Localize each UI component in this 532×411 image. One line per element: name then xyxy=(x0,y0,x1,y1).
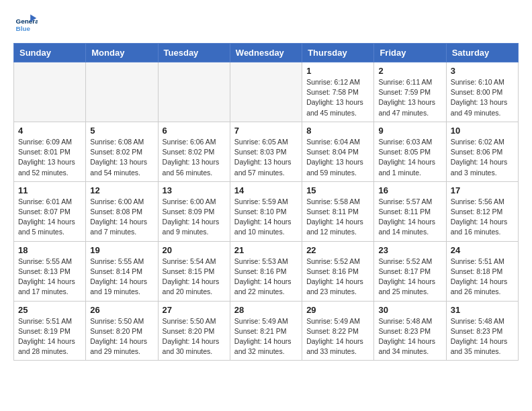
day-number: 23 xyxy=(378,245,441,255)
calendar-cell: 2Sunrise: 6:11 AMSunset: 7:59 PMDaylight… xyxy=(374,62,446,122)
day-number: 4 xyxy=(18,126,81,136)
calendar-cell xyxy=(14,62,86,122)
day-number: 3 xyxy=(451,66,514,76)
day-number: 21 xyxy=(234,245,298,255)
calendar-cell: 30Sunrise: 5:48 AMSunset: 8:23 PMDayligh… xyxy=(374,301,446,361)
day-number: 28 xyxy=(234,305,298,315)
calendar-cell: 11Sunrise: 6:01 AMSunset: 8:07 PMDayligh… xyxy=(14,181,86,241)
day-info: Sunrise: 5:55 AMSunset: 8:14 PMDaylight:… xyxy=(90,257,153,298)
day-number: 14 xyxy=(234,185,298,195)
day-info: Sunrise: 6:00 AMSunset: 8:09 PMDaylight:… xyxy=(163,197,226,238)
day-info: Sunrise: 6:02 AMSunset: 8:06 PMDaylight:… xyxy=(451,137,514,178)
weekday-header-friday: Friday xyxy=(374,44,446,62)
calendar-cell: 31Sunrise: 5:48 AMSunset: 8:23 PMDayligh… xyxy=(446,301,518,361)
calendar-cell xyxy=(86,62,158,122)
weekday-header-row: SundayMondayTuesdayWednesdayThursdayFrid… xyxy=(14,44,519,62)
weekday-header-saturday: Saturday xyxy=(446,44,518,62)
day-info: Sunrise: 6:05 AMSunset: 8:03 PMDaylight:… xyxy=(234,137,298,178)
day-number: 15 xyxy=(306,185,369,195)
week-row-4: 25Sunrise: 5:51 AMSunset: 8:19 PMDayligh… xyxy=(14,301,519,361)
calendar-cell: 20Sunrise: 5:54 AMSunset: 8:15 PMDayligh… xyxy=(158,241,230,301)
calendar-cell: 5Sunrise: 6:08 AMSunset: 8:02 PMDaylight… xyxy=(86,122,158,181)
weekday-header-thursday: Thursday xyxy=(302,44,374,62)
day-number: 22 xyxy=(306,245,369,255)
day-number: 29 xyxy=(306,305,369,315)
day-info: Sunrise: 6:08 AMSunset: 8:02 PMDaylight:… xyxy=(90,137,153,178)
calendar-cell: 23Sunrise: 5:52 AMSunset: 8:17 PMDayligh… xyxy=(374,241,446,301)
header: General Blue xyxy=(13,12,519,36)
calendar-cell: 21Sunrise: 5:53 AMSunset: 8:16 PMDayligh… xyxy=(230,241,302,301)
logo: General Blue xyxy=(13,12,38,36)
day-number: 25 xyxy=(18,305,81,315)
day-number: 24 xyxy=(451,245,514,255)
day-number: 20 xyxy=(163,245,226,255)
day-info: Sunrise: 5:50 AMSunset: 8:20 PMDaylight:… xyxy=(90,316,153,357)
day-info: Sunrise: 6:04 AMSunset: 8:04 PMDaylight:… xyxy=(306,137,369,178)
week-row-3: 18Sunrise: 5:55 AMSunset: 8:13 PMDayligh… xyxy=(14,241,519,301)
day-info: Sunrise: 6:03 AMSunset: 8:05 PMDaylight:… xyxy=(378,137,441,178)
day-number: 5 xyxy=(90,126,153,136)
calendar-cell: 14Sunrise: 5:59 AMSunset: 8:10 PMDayligh… xyxy=(230,181,302,241)
day-info: Sunrise: 5:53 AMSunset: 8:16 PMDaylight:… xyxy=(234,257,298,298)
day-number: 2 xyxy=(378,66,441,76)
day-info: Sunrise: 5:55 AMSunset: 8:13 PMDaylight:… xyxy=(18,257,81,298)
day-info: Sunrise: 5:48 AMSunset: 8:23 PMDaylight:… xyxy=(378,316,441,357)
day-info: Sunrise: 6:01 AMSunset: 8:07 PMDaylight:… xyxy=(18,197,81,238)
logo-icon: General Blue xyxy=(13,12,38,36)
day-number: 26 xyxy=(90,305,153,315)
day-number: 7 xyxy=(234,126,298,136)
calendar-cell: 17Sunrise: 5:56 AMSunset: 8:12 PMDayligh… xyxy=(446,181,518,241)
week-row-2: 11Sunrise: 6:01 AMSunset: 8:07 PMDayligh… xyxy=(14,181,519,241)
day-info: Sunrise: 5:56 AMSunset: 8:12 PMDaylight:… xyxy=(451,197,514,238)
calendar-cell: 16Sunrise: 5:57 AMSunset: 8:11 PMDayligh… xyxy=(374,181,446,241)
calendar-cell xyxy=(230,62,302,122)
day-info: Sunrise: 5:48 AMSunset: 8:23 PMDaylight:… xyxy=(451,316,514,357)
day-info: Sunrise: 5:57 AMSunset: 8:11 PMDaylight:… xyxy=(378,197,441,238)
day-number: 9 xyxy=(378,126,441,136)
calendar: SundayMondayTuesdayWednesdayThursdayFrid… xyxy=(13,43,519,361)
calendar-cell xyxy=(158,62,230,122)
calendar-cell: 6Sunrise: 6:06 AMSunset: 8:02 PMDaylight… xyxy=(158,122,230,181)
calendar-cell: 24Sunrise: 5:51 AMSunset: 8:18 PMDayligh… xyxy=(446,241,518,301)
day-number: 31 xyxy=(451,305,514,315)
day-info: Sunrise: 5:49 AMSunset: 8:22 PMDaylight:… xyxy=(306,316,369,357)
week-row-0: 1Sunrise: 6:12 AMSunset: 7:58 PMDaylight… xyxy=(14,62,519,122)
week-row-1: 4Sunrise: 6:09 AMSunset: 8:01 PMDaylight… xyxy=(14,122,519,181)
calendar-cell: 13Sunrise: 6:00 AMSunset: 8:09 PMDayligh… xyxy=(158,181,230,241)
day-info: Sunrise: 5:58 AMSunset: 8:11 PMDaylight:… xyxy=(306,197,369,238)
calendar-cell: 7Sunrise: 6:05 AMSunset: 8:03 PMDaylight… xyxy=(230,122,302,181)
day-number: 18 xyxy=(18,245,81,255)
calendar-cell: 28Sunrise: 5:49 AMSunset: 8:21 PMDayligh… xyxy=(230,301,302,361)
weekday-header-sunday: Sunday xyxy=(14,44,86,62)
calendar-cell: 25Sunrise: 5:51 AMSunset: 8:19 PMDayligh… xyxy=(14,301,86,361)
day-number: 1 xyxy=(306,66,369,76)
day-info: Sunrise: 5:52 AMSunset: 8:16 PMDaylight:… xyxy=(306,257,369,298)
day-info: Sunrise: 6:10 AMSunset: 8:00 PMDaylight:… xyxy=(451,77,514,118)
day-number: 19 xyxy=(90,245,153,255)
calendar-cell: 4Sunrise: 6:09 AMSunset: 8:01 PMDaylight… xyxy=(14,122,86,181)
day-number: 16 xyxy=(378,185,441,195)
day-info: Sunrise: 5:51 AMSunset: 8:19 PMDaylight:… xyxy=(18,316,81,357)
calendar-cell: 27Sunrise: 5:50 AMSunset: 8:20 PMDayligh… xyxy=(158,301,230,361)
day-number: 27 xyxy=(163,305,226,315)
day-number: 30 xyxy=(378,305,441,315)
day-number: 13 xyxy=(163,185,226,195)
day-info: Sunrise: 6:09 AMSunset: 8:01 PMDaylight:… xyxy=(18,137,81,178)
day-number: 10 xyxy=(451,126,514,136)
day-number: 11 xyxy=(18,185,81,195)
calendar-cell: 1Sunrise: 6:12 AMSunset: 7:58 PMDaylight… xyxy=(302,62,374,122)
day-info: Sunrise: 5:50 AMSunset: 8:20 PMDaylight:… xyxy=(163,316,226,357)
calendar-cell: 29Sunrise: 5:49 AMSunset: 8:22 PMDayligh… xyxy=(302,301,374,361)
calendar-cell: 12Sunrise: 6:00 AMSunset: 8:08 PMDayligh… xyxy=(86,181,158,241)
day-number: 12 xyxy=(90,185,153,195)
calendar-cell: 26Sunrise: 5:50 AMSunset: 8:20 PMDayligh… xyxy=(86,301,158,361)
day-number: 17 xyxy=(451,185,514,195)
svg-text:Blue: Blue xyxy=(16,25,31,32)
day-number: 8 xyxy=(306,126,369,136)
day-info: Sunrise: 6:00 AMSunset: 8:08 PMDaylight:… xyxy=(90,197,153,238)
calendar-cell: 19Sunrise: 5:55 AMSunset: 8:14 PMDayligh… xyxy=(86,241,158,301)
day-info: Sunrise: 6:11 AMSunset: 7:59 PMDaylight:… xyxy=(378,77,441,118)
day-info: Sunrise: 5:49 AMSunset: 8:21 PMDaylight:… xyxy=(234,316,298,357)
page: General Blue SundayMondayTuesdayWednesda… xyxy=(0,0,532,373)
weekday-header-tuesday: Tuesday xyxy=(158,44,230,62)
